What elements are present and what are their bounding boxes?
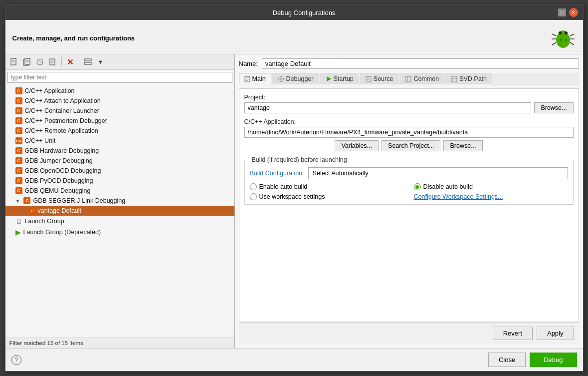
tree-item-cpp-unit[interactable]: Cu C/C++ Unit xyxy=(5,136,234,146)
svg-point-2 xyxy=(559,31,562,34)
variables-button[interactable]: Variables... xyxy=(335,140,379,151)
dialog-title: Debug Configurations xyxy=(50,9,558,16)
svg-line-9 xyxy=(570,42,574,45)
tab-debugger[interactable]: Debugger xyxy=(272,73,319,84)
tab-svd[interactable]: SVD Path xyxy=(445,73,492,84)
tree-item-cpp-attach[interactable]: C C/C++ Attach to Application xyxy=(5,96,234,106)
form-section: Project: Browse... C/C++ Application: Va… xyxy=(239,88,579,322)
svg-rect-16 xyxy=(25,58,30,64)
source-tab-icon xyxy=(366,76,372,82)
c-icon: C xyxy=(15,117,22,124)
configure-workspace-link[interactable]: Configure Workspace Settings... xyxy=(414,193,503,200)
launch-group-dep-icon: ▶ xyxy=(15,228,21,236)
enable-auto-build-item[interactable]: Enable auto build xyxy=(250,183,404,190)
filter-input[interactable] xyxy=(7,72,232,83)
c-icon: C xyxy=(23,197,30,204)
export-button[interactable] xyxy=(47,56,58,67)
new-config-button[interactable] xyxy=(8,56,19,67)
configure-workspace-item[interactable]: Configure Workspace Settings... xyxy=(414,193,568,200)
tab-main[interactable]: Main xyxy=(239,73,271,84)
help-icon[interactable]: ? xyxy=(11,355,21,365)
left-panel: ✕ ▼ C C/C++ Application C C/C++ Attach t… xyxy=(5,54,235,348)
tab-common[interactable]: Common xyxy=(399,73,444,84)
startup-tab-icon xyxy=(326,76,332,82)
toolbar-sep-1 xyxy=(61,57,62,66)
tree-item-vantage-default[interactable]: C vantage Default xyxy=(5,206,234,216)
cu-icon: Cu xyxy=(15,137,22,144)
disable-auto-build-radio[interactable] xyxy=(414,183,421,190)
project-input[interactable] xyxy=(244,102,532,113)
c-icon: C xyxy=(15,147,22,154)
use-workspace-item[interactable]: Use workspace settings xyxy=(250,193,404,200)
dialog-body: ✕ ▼ C C/C++ Application C C/C++ Attach t… xyxy=(5,54,583,348)
tab-source[interactable]: Source xyxy=(360,73,399,84)
project-label: Project: xyxy=(244,94,574,101)
tabs: Main Debugger Startup Source Common xyxy=(239,73,579,84)
dialog-header: Create, manage, and run configurations xyxy=(5,20,583,54)
debug-button[interactable]: Debug xyxy=(530,353,577,367)
tree-item-gdb-pyocd[interactable]: C GDB PyOCD Debugging xyxy=(5,176,234,186)
tree-item-gdb-qemu[interactable]: C GDB QEMU Debugging xyxy=(5,186,234,196)
filter-status: Filter matched 15 of 15 items xyxy=(5,338,234,348)
c-icon: C xyxy=(15,187,22,194)
app-input[interactable] xyxy=(244,127,574,138)
tree-item-launch-group-deprecated[interactable]: ▶ Launch Group (Deprecated) xyxy=(5,227,234,238)
disable-auto-build-item[interactable]: Disable auto build xyxy=(414,183,568,190)
use-workspace-radio[interactable] xyxy=(250,193,257,200)
expand-arrow: ▼ xyxy=(15,198,20,204)
filter-button[interactable]: ▼ xyxy=(95,56,106,67)
tree-item-gdb-hardware[interactable]: C GDB Hardware Debugging xyxy=(5,146,234,156)
c-icon: C xyxy=(15,97,22,104)
tree-item-gdb-jumper[interactable]: C GDB Jumper Debugging xyxy=(5,156,234,166)
build-fieldset: Build (if required) before launching Bui… xyxy=(244,156,574,205)
svg-line-7 xyxy=(570,34,574,36)
tree-item-cpp-remote[interactable]: C C/C++ Remote Application xyxy=(5,126,234,136)
dropdown-wrapper: Select AutomaticallyDebugRelease xyxy=(308,167,568,179)
titlebar-close-button[interactable]: ✕ xyxy=(569,8,578,17)
collapse-button[interactable] xyxy=(82,56,93,67)
project-browse-button[interactable]: Browse... xyxy=(534,102,573,113)
search-project-button[interactable]: Search Project... xyxy=(382,140,440,151)
svd-tab-icon xyxy=(451,76,457,82)
duplicate-button[interactable] xyxy=(21,56,32,67)
right-panel: Name: Main Debugger Startup xyxy=(235,54,583,348)
enable-auto-build-radio[interactable] xyxy=(250,183,257,190)
c-icon: C xyxy=(15,177,22,184)
c-icon: C xyxy=(15,87,22,94)
bug-icon xyxy=(550,25,576,51)
revert-button[interactable]: Revert xyxy=(493,327,533,340)
build-config-select[interactable]: Select AutomaticallyDebugRelease xyxy=(308,167,568,179)
app-browse-button[interactable]: Browse... xyxy=(443,140,482,151)
svg-point-30 xyxy=(280,78,282,80)
open-config-button[interactable] xyxy=(34,56,45,67)
tree-item-launch-group[interactable]: 🖥 Launch Group xyxy=(5,216,234,227)
tree-item-gdb-segger[interactable]: ▼ C GDB SEGGER J-Link Debugging xyxy=(5,196,234,206)
tree-item-cpp-postmortem[interactable]: C C/C++ Postmortem Debugger xyxy=(5,116,234,126)
project-field-group: Project: Browse... xyxy=(244,94,574,113)
left-toolbar: ✕ ▼ xyxy=(5,54,234,70)
apply-button[interactable]: Apply xyxy=(537,327,574,340)
delete-button[interactable]: ✕ xyxy=(65,56,76,67)
build-config-link[interactable]: Build Configuration: xyxy=(250,170,304,177)
svg-rect-37 xyxy=(451,76,457,82)
svg-point-29 xyxy=(278,76,283,81)
debug-configurations-dialog: Debug Configurations □ ✕ Create, manage,… xyxy=(5,4,584,372)
svg-rect-35 xyxy=(405,76,411,82)
close-button[interactable]: Close xyxy=(488,353,526,367)
tree-item-gdb-openocd[interactable]: C GDB OpenOCD Debugging xyxy=(5,166,234,176)
tree-list: C C/C++ Application C C/C++ Attach to Ap… xyxy=(5,85,234,338)
svg-rect-23 xyxy=(84,59,91,61)
name-input[interactable] xyxy=(262,58,579,69)
launch-group-icon: 🖥 xyxy=(15,217,22,225)
tree-item-cpp-container[interactable]: C C/C++ Container Launcher xyxy=(5,106,234,116)
maximize-button[interactable]: □ xyxy=(558,8,566,16)
svg-point-11 xyxy=(565,38,567,41)
project-row: Browse... xyxy=(244,102,574,113)
enable-auto-build-label: Enable auto build xyxy=(259,183,308,190)
tab-startup[interactable]: Startup xyxy=(320,73,359,84)
svg-point-10 xyxy=(560,38,562,41)
footer-buttons: Close Debug xyxy=(488,353,577,367)
tree-item-cpp-application[interactable]: C C/C++ Application xyxy=(5,86,234,96)
build-config-row: Build Configuration: Select Automaticall… xyxy=(250,167,568,179)
radio-dot xyxy=(415,185,419,189)
